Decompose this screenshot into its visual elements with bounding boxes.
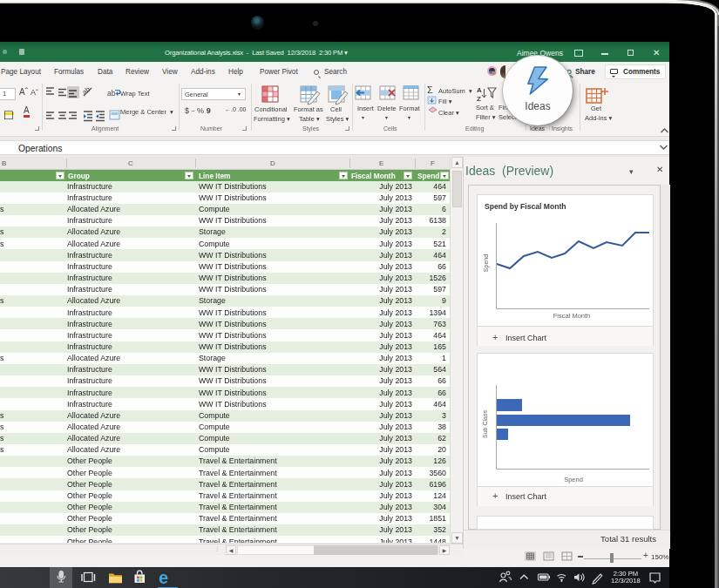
svg-text:A: A	[477, 86, 482, 94]
svg-text:ab: ab	[107, 89, 116, 98]
svg-text:Sub Class: Sub Class	[482, 410, 488, 438]
svg-text:Fiscal Month: Fiscal Month	[553, 312, 591, 320]
svg-text:ab: ab	[81, 85, 92, 97]
svg-text:Z: Z	[477, 95, 481, 103]
svg-text:e: e	[159, 568, 168, 587]
svg-text:Spend: Spend	[483, 254, 490, 272]
svg-text:Spend: Spend	[564, 476, 583, 483]
